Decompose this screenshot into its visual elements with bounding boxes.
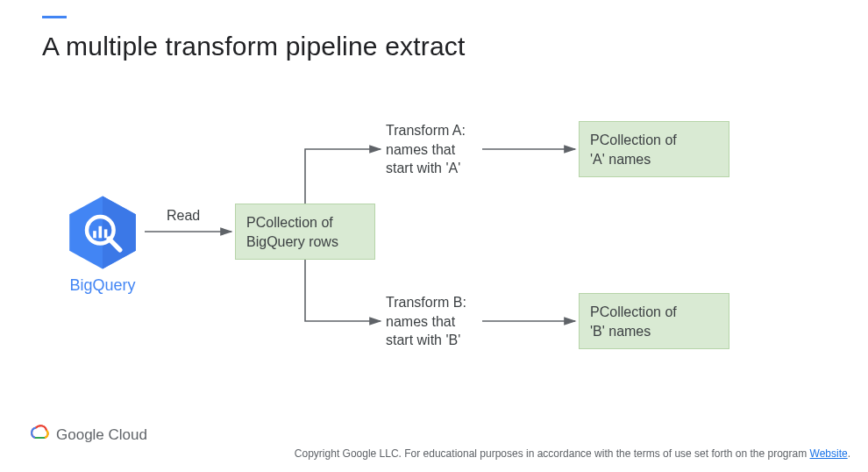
pcollection-input-line1: PCollection of	[246, 213, 364, 232]
copyright-text: Copyright Google LLC. For educational pu…	[295, 447, 850, 460]
bigquery-icon	[63, 193, 142, 275]
pcollection-a-line1: PCollection of	[590, 131, 718, 150]
pcollection-a-box: PCollection of 'A' names	[579, 121, 729, 177]
pcollection-input-box: PCollection of BigQuery rows	[235, 204, 375, 260]
arrow-branch-b	[305, 260, 381, 321]
pcollection-b-box: PCollection of 'B' names	[579, 293, 729, 349]
pcollection-a-line2: 'A' names	[590, 150, 718, 169]
svg-rect-6	[104, 229, 108, 238]
transform-a-line1: Transform A:	[386, 121, 466, 140]
copyright-pre: Copyright Google LLC. For educational pu…	[295, 447, 810, 460]
svg-rect-5	[99, 226, 103, 239]
arrow-branch-a	[305, 149, 381, 204]
transform-b-line1: Transform B:	[386, 293, 466, 312]
pcollection-input-line2: BigQuery rows	[246, 232, 364, 252]
transform-a-label: Transform A: names that start with 'A'	[386, 121, 466, 178]
diagram-stage: BigQuery Read PCollection of BigQuery ro…	[0, 0, 868, 472]
google-cloud-logo-icon	[28, 425, 49, 446]
bigquery-label: BigQuery	[66, 276, 139, 295]
transform-b-label: Transform B: names that start with 'B'	[386, 293, 466, 350]
website-link[interactable]: Website	[810, 447, 848, 460]
transform-b-line2: names that	[386, 312, 466, 332]
footer-brand-text: Google Cloud	[56, 426, 147, 444]
copyright-post: .	[848, 447, 850, 460]
pcollection-b-line2: 'B' names	[590, 322, 718, 341]
read-label: Read	[167, 206, 200, 225]
svg-marker-1	[103, 197, 136, 269]
transform-a-line3: start with 'A'	[386, 159, 466, 178]
footer-brand: Google Cloud	[28, 425, 147, 446]
pcollection-b-line1: PCollection of	[590, 303, 718, 322]
svg-rect-4	[93, 231, 96, 238]
transform-a-line2: names that	[386, 140, 466, 160]
transform-b-line3: start with 'B'	[386, 331, 466, 350]
